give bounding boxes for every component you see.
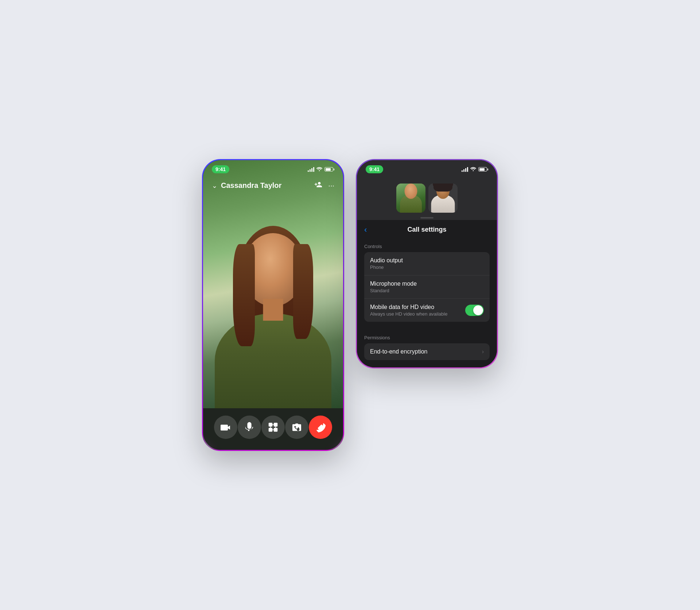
settings-body: Controls Audio output Phone Mic	[357, 238, 497, 367]
e2e-title: End-to-end encryption	[370, 348, 427, 355]
call-header: ⌄ Cassandra Taylor ···	[203, 179, 343, 195]
settings-nav: ‹ Call settings	[357, 220, 497, 238]
controls-group: Audio output Phone Microphone mode Stand…	[364, 252, 490, 322]
settings-battery-icon	[478, 167, 488, 171]
hd-video-title: Mobile data for HD video	[370, 304, 461, 310]
status-bar-left: 9:41	[212, 165, 229, 173]
end-call-button[interactable]	[309, 416, 332, 439]
person-overlay	[203, 160, 343, 408]
permissions-section-label: Permissions	[364, 335, 490, 340]
phone-left: 9:41	[202, 159, 344, 451]
battery-icon	[324, 167, 334, 171]
audio-output-subtitle: Phone	[370, 265, 403, 270]
avatar-1	[396, 184, 425, 213]
phone-right: 9:41	[356, 159, 498, 368]
wifi-icon	[316, 166, 322, 172]
chevron-down-icon[interactable]: ⌄	[212, 182, 217, 190]
hd-video-toggle[interactable]	[465, 305, 484, 316]
controls-section: Controls Audio output Phone Mic	[357, 238, 497, 322]
video-area: ⌄ Cassandra Taylor ···	[203, 160, 343, 408]
hd-video-row[interactable]: Mobile data for HD video Always use HD v…	[364, 299, 490, 322]
call-controls	[203, 408, 343, 450]
video-button[interactable]	[214, 416, 237, 439]
caller-name: Cassandra Taylor	[221, 181, 281, 190]
settings-signal-icon	[462, 167, 468, 172]
svg-rect-0	[269, 423, 273, 427]
settings-status-icons	[462, 166, 488, 173]
signal-icon	[308, 167, 314, 172]
microphone-mode-subtitle: Standard	[370, 288, 417, 293]
audio-output-title: Audio output	[370, 257, 403, 264]
back-button[interactable]: ‹	[364, 225, 367, 235]
time-display: 9:41	[212, 165, 229, 173]
avatars-row	[390, 179, 463, 217]
controls-section-label: Controls	[364, 244, 490, 249]
svg-rect-3	[274, 428, 278, 432]
permissions-group: End-to-end encryption ›	[364, 343, 490, 360]
svg-rect-2	[269, 428, 273, 432]
microphone-mode-title: Microphone mode	[370, 281, 417, 287]
phones-container: 9:41	[202, 159, 498, 451]
e2e-encryption-row[interactable]: End-to-end encryption ›	[364, 343, 490, 360]
effects-button[interactable]	[261, 416, 285, 439]
permissions-section: Permissions End-to-end encryption ›	[357, 329, 497, 360]
settings-time: 9:41	[366, 165, 383, 173]
microphone-mode-row[interactable]: Microphone mode Standard	[364, 275, 490, 299]
status-bar-right	[308, 166, 334, 172]
more-icon[interactable]: ···	[328, 181, 334, 190]
audio-output-row[interactable]: Audio output Phone	[364, 252, 490, 275]
flip-camera-button[interactable]	[285, 416, 308, 439]
settings-title: Call settings	[364, 226, 490, 233]
hd-video-subtitle: Always use HD video when available	[370, 311, 461, 317]
settings-wifi-icon	[470, 166, 476, 173]
settings-status-bar: 9:41	[357, 160, 497, 176]
drag-handle	[420, 217, 433, 219]
svg-rect-1	[274, 423, 278, 427]
mute-button[interactable]	[238, 416, 261, 439]
avatar-2	[428, 184, 458, 213]
sheet-handle-area	[357, 176, 497, 220]
e2e-chevron-icon: ›	[482, 348, 484, 355]
add-person-icon[interactable]	[314, 181, 322, 190]
settings-time-display: 9:41	[366, 165, 383, 173]
